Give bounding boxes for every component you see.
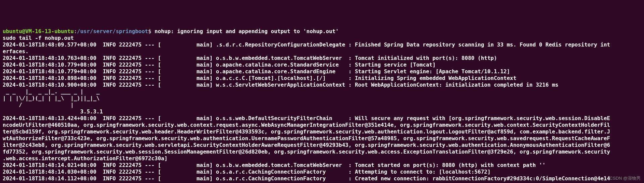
banner-line: | | |\/|_)(_| | |_\ |_)||_|_\ xyxy=(3,95,103,101)
log-line: 2024-01-18T18:48:10.900+08:00 INFO 22224… xyxy=(3,82,558,88)
terminal-output[interactable]: ubuntu@VM-16-13-ubuntu:/usr/server/sprin… xyxy=(3,28,641,183)
log-line: 2024-01-18T18:48:09.577+08:00 INFO 22224… xyxy=(3,41,610,48)
log-line: 2024-01-18T18:48:13.424+08:00 INFO 22224… xyxy=(3,115,610,121)
banner-line: _ _ |_ _ _|_. ___ _ | _ xyxy=(3,88,103,95)
prompt-colon: : xyxy=(74,28,77,34)
log-line: ncodeUrlFilter@460510aa, org.springframe… xyxy=(3,122,610,128)
log-line: 2024-01-18T18:48:10.763+08:00 INFO 22224… xyxy=(3,55,497,61)
log-line: 2024-01-18T18:48:14.021+08:00 INFO 22224… xyxy=(3,162,545,168)
banner-version: 3.5.3.1 xyxy=(3,108,106,115)
log-line: 2024-01-18T18:48:10.898+08:00 INFO 22224… xyxy=(3,75,517,81)
log-line: erfaces. xyxy=(3,48,29,55)
log-line: 2024-01-18T18:48:10.779+08:00 INFO 22224… xyxy=(3,62,436,68)
nohup-message: nohup: ignoring input and appending outp… xyxy=(155,28,339,34)
prompt-user: ubuntu@VM-16-13-ubuntu xyxy=(3,28,74,34)
prompt-dollar: $ xyxy=(148,28,154,34)
log-line: 2024-01-18T18:48:10.779+08:00 INFO 22224… xyxy=(3,68,510,75)
watermark: CSDN @湿物男 xyxy=(609,176,641,181)
log-line: wtAuthorrizeFilter@733c423e, org.springf… xyxy=(3,135,610,142)
banner-line: / | xyxy=(3,102,103,108)
log-line: sudo tail -f nohup.out xyxy=(3,35,74,41)
log-line: 2024-01-18T18:48:14.112+08:00 INFO 22224… xyxy=(3,175,610,182)
log-line: .web.access.intercept.AuthorizationFilte… xyxy=(3,155,167,162)
log-line: ter@5cbd159f, org.springframework.securi… xyxy=(3,128,610,135)
prompt-path: /usr/server/springboot xyxy=(77,28,148,34)
log-line: 2024-01-18T18:48:14.030+08:00 INFO 22224… xyxy=(3,169,491,175)
log-line: fd77352, org.springframework.security.we… xyxy=(3,149,610,155)
log-line: ilter@2c43eb8, org.springframework.secur… xyxy=(3,142,610,148)
